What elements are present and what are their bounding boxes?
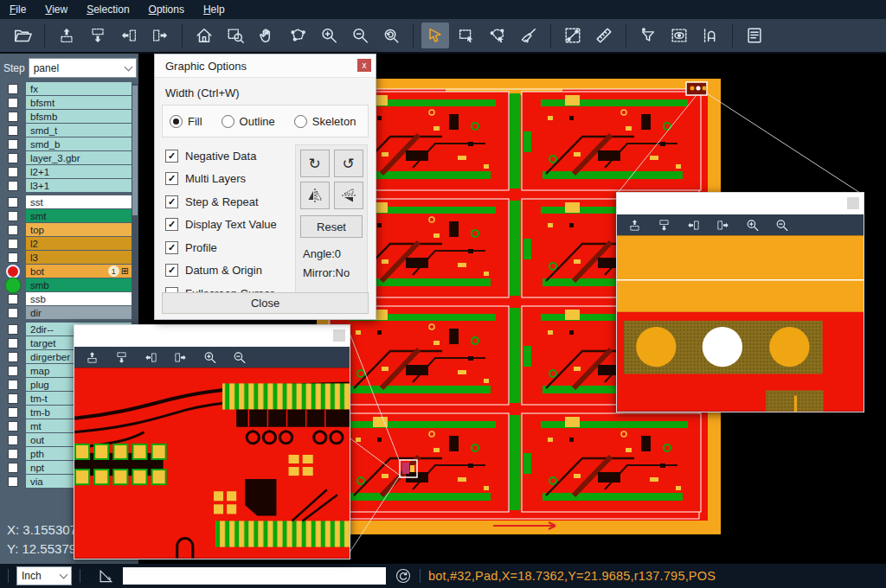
layer-checkbox[interactable] <box>8 112 18 122</box>
dialog-titlebar[interactable]: Graphic Options x <box>155 54 376 78</box>
checkbox-display-text-value[interactable]: ✓Display Text Value <box>165 214 295 237</box>
layer-label[interactable]: top <box>26 223 132 236</box>
layer-checkbox[interactable] <box>8 338 18 348</box>
flip-right-button[interactable] <box>146 22 174 48</box>
zoom-free-button[interactable] <box>284 22 311 48</box>
reset-button[interactable]: Reset <box>300 215 363 238</box>
flip-down-button[interactable] <box>84 22 112 48</box>
menu-selection[interactable]: Selection <box>77 0 138 19</box>
zoom-window-button[interactable] <box>222 22 249 48</box>
mirror-vertical-button[interactable] <box>334 182 363 209</box>
layer-checkbox[interactable] <box>8 463 18 473</box>
radio-fill[interactable]: Fill <box>170 115 202 128</box>
select-cursor-button[interactable] <box>421 22 449 48</box>
flip-left-button[interactable] <box>683 216 703 233</box>
layer-checkbox[interactable] <box>8 324 18 335</box>
flip-left-button[interactable] <box>140 348 161 366</box>
menu-help[interactable]: Help <box>194 0 234 19</box>
close-icon[interactable]: x <box>357 59 371 72</box>
layer-row-bot[interactable]: bot1⊞ <box>0 265 138 278</box>
layer-row-l2+1[interactable]: l2+1 <box>0 165 138 178</box>
rotate-cw-button[interactable]: ↻ <box>300 150 330 177</box>
layer-row-fx[interactable]: fx <box>0 82 138 95</box>
layer-label[interactable]: l3+1 <box>26 179 132 192</box>
open-folder-button[interactable] <box>9 22 36 48</box>
layer-row-top[interactable]: top <box>0 223 138 236</box>
flip-up-button[interactable] <box>624 216 645 233</box>
layer-checkbox[interactable] <box>8 476 18 487</box>
layer-row-bfsmt[interactable]: bfsmt <box>0 96 138 109</box>
snap-magnet-button[interactable] <box>697 22 724 48</box>
layer-checkbox[interactable] <box>8 366 18 376</box>
layer-label[interactable]: l2 <box>26 237 132 250</box>
flip-down-button[interactable] <box>111 348 132 366</box>
zoom-in-button[interactable] <box>199 348 220 366</box>
rotate-ccw-button[interactable]: ↺ <box>334 150 363 177</box>
filter-button[interactable] <box>634 22 662 48</box>
checkbox-step-repeat[interactable]: ✓Step & Repeat <box>165 190 295 214</box>
flip-down-button[interactable] <box>653 216 674 233</box>
flip-right-button[interactable] <box>170 348 190 366</box>
measure-ruler-button[interactable] <box>590 22 618 48</box>
layer-label[interactable]: bot1⊞ <box>26 265 132 278</box>
layer-label[interactable]: layer_3.gbr <box>26 151 132 164</box>
select-polygon-button[interactable] <box>484 22 511 48</box>
checkbox-icon[interactable]: ✓ <box>165 264 178 277</box>
layer-checkbox[interactable] <box>8 380 18 390</box>
checkbox-icon[interactable]: ✓ <box>165 241 178 254</box>
zoom-previous-button[interactable] <box>377 22 405 48</box>
layer-row-l2[interactable]: l2 <box>0 237 138 250</box>
grid-icon[interactable]: ⊞ <box>121 266 129 276</box>
flip-up-button[interactable] <box>53 22 80 48</box>
zoom-out-button[interactable] <box>346 22 374 48</box>
window-button[interactable] <box>333 329 345 342</box>
checkbox-icon[interactable]: ✓ <box>165 195 178 208</box>
layer-row-bfsmb[interactable]: bfsmb <box>0 110 138 123</box>
menu-file[interactable]: File <box>0 0 35 19</box>
layer-row-smb[interactable]: smb <box>0 278 138 291</box>
layer-checkbox[interactable] <box>8 352 18 362</box>
layer-label[interactable]: l3 <box>26 251 132 264</box>
layer-checkbox[interactable] <box>8 153 18 163</box>
layer-checkbox[interactable] <box>8 294 18 304</box>
select-rect-button[interactable] <box>453 22 480 48</box>
layer-row-ssb[interactable]: ssb <box>0 292 138 305</box>
checkbox-negative-data[interactable]: ✓Negative Data <box>165 144 295 168</box>
layer-checkbox[interactable] <box>8 407 18 418</box>
layer-label[interactable]: bfsmb <box>26 110 132 123</box>
window-button[interactable] <box>847 197 859 209</box>
layer-label[interactable]: smd_b <box>26 137 132 150</box>
checkbox-datum-origin[interactable]: ✓Datum & Origin <box>165 259 295 283</box>
menu-view[interactable]: View <box>35 0 77 19</box>
layer-checkbox[interactable] <box>8 211 18 221</box>
zoom-in-button[interactable] <box>315 22 343 48</box>
flip-right-button[interactable] <box>712 216 733 233</box>
zoom-in-button[interactable] <box>742 216 762 233</box>
radio-icon[interactable] <box>170 115 183 128</box>
layers-panel-button[interactable] <box>741 22 768 48</box>
layer-checkbox[interactable] <box>8 84 18 94</box>
command-input[interactable] <box>123 567 386 585</box>
layer-checkbox[interactable] <box>8 125 18 136</box>
zoom-out-button[interactable] <box>228 348 249 366</box>
flip-left-button[interactable] <box>115 22 143 48</box>
layer-checkbox[interactable] <box>8 421 18 431</box>
layer-checkbox[interactable] <box>8 225 18 235</box>
menu-options[interactable]: Options <box>139 0 194 19</box>
layer-checkbox[interactable] <box>8 181 18 191</box>
layer-label[interactable]: dir <box>26 306 132 319</box>
layer-label[interactable]: smd_t <box>26 124 132 137</box>
checkbox-icon[interactable]: ✓ <box>165 172 178 185</box>
radio-skeleton[interactable]: Skeleton <box>294 115 356 128</box>
layer-checkbox[interactable] <box>8 98 18 108</box>
clean-brush-button[interactable] <box>515 22 543 48</box>
scrollbar-thumb[interactable] <box>132 86 138 215</box>
magnifier-window-left[interactable] <box>74 324 350 559</box>
radio-outline[interactable]: Outline <box>222 115 275 128</box>
layer-label[interactable]: bfsmt <box>26 96 132 109</box>
layer-label[interactable]: sst <box>26 195 132 208</box>
layer-checkbox[interactable] <box>8 139 18 150</box>
refresh-icon[interactable] <box>395 567 412 585</box>
home-button[interactable] <box>190 22 218 48</box>
checkbox-multi-layers[interactable]: ✓Multi Layers <box>165 168 295 191</box>
